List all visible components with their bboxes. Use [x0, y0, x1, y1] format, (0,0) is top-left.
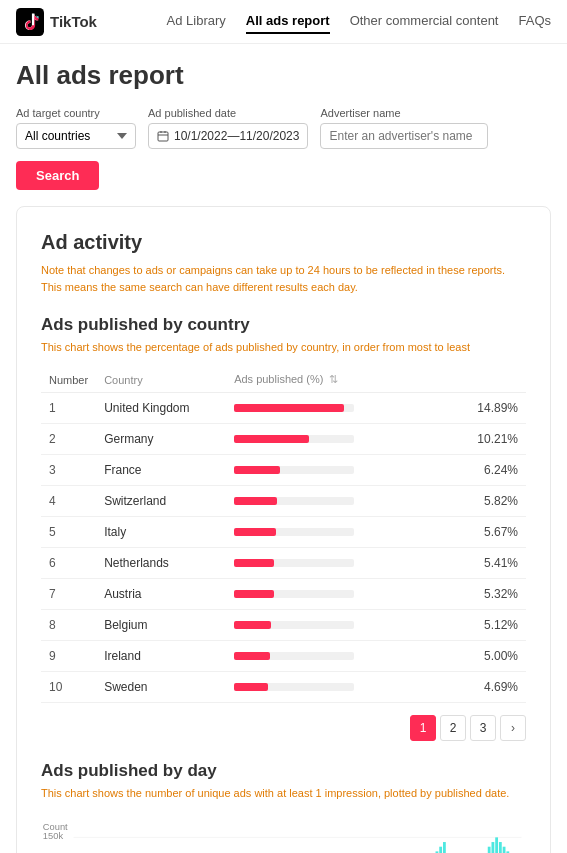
col-header-pct: [466, 367, 526, 393]
svg-rect-1: [158, 132, 168, 141]
row-pct: 5.12%: [466, 610, 526, 641]
date-filter-group: Ad published date 10/1/2022—11/20/2023: [148, 107, 308, 149]
logo-text: TikTok: [50, 13, 97, 30]
row-num: 1: [41, 393, 96, 424]
bar-fill: [234, 559, 274, 567]
sort-icon: ⇅: [329, 373, 338, 385]
tiktok-icon: [16, 8, 44, 36]
country-table: Number Country Ads published (%) ⇅ 1 Uni…: [41, 367, 526, 703]
row-num: 5: [41, 517, 96, 548]
row-bar: [226, 455, 466, 486]
row-country: Germany: [96, 424, 226, 455]
table-row: 3 France 6.24%: [41, 455, 526, 486]
table-row: 9 Ireland 5.00%: [41, 641, 526, 672]
bar-item: [503, 847, 506, 853]
by-day-title: Ads published by day: [41, 761, 526, 781]
row-country: Italy: [96, 517, 226, 548]
row-num: 7: [41, 579, 96, 610]
date-picker[interactable]: 10/1/2022—11/20/2023: [148, 123, 308, 149]
row-num: 9: [41, 641, 96, 672]
bar-fill: [234, 404, 344, 412]
row-country: Switzerland: [96, 486, 226, 517]
bar-fill: [234, 435, 309, 443]
row-bar: [226, 424, 466, 455]
filters-bar: Ad target country All countries Ad publi…: [16, 107, 551, 190]
bar-bg: [234, 528, 354, 536]
row-pct: 5.00%: [466, 641, 526, 672]
day-chart: Count 150k 100k 50k 0 10/01/2022: [41, 813, 526, 853]
table-row: 10 Sweden 4.69%: [41, 672, 526, 703]
bar-fill: [234, 652, 270, 660]
day-chart-svg: Count 150k 100k 50k 0 10/01/2022: [41, 813, 526, 853]
row-country: Ireland: [96, 641, 226, 672]
bar-bg: [234, 466, 354, 474]
nav-other-content[interactable]: Other commercial content: [350, 9, 499, 34]
bar-fill: [234, 528, 276, 536]
bar-item: [499, 842, 502, 853]
row-pct: 5.67%: [466, 517, 526, 548]
date-value: 10/1/2022—11/20/2023: [174, 129, 299, 143]
bar-bg: [234, 497, 354, 505]
country-filter-group: Ad target country All countries: [16, 107, 136, 149]
page-title: All ads report: [16, 60, 551, 91]
bar-item: [439, 847, 442, 853]
navbar: TikTok Ad Library All ads report Other c…: [0, 0, 567, 44]
page-next-btn[interactable]: ›: [500, 715, 526, 741]
row-pct: 5.82%: [466, 486, 526, 517]
row-bar: [226, 486, 466, 517]
row-country: Sweden: [96, 672, 226, 703]
ad-activity-title: Ad activity: [41, 231, 526, 254]
row-bar: [226, 610, 466, 641]
by-country-title: Ads published by country: [41, 315, 526, 335]
bar-bg: [234, 559, 354, 567]
country-select[interactable]: All countries: [16, 123, 136, 149]
bar-bg: [234, 652, 354, 660]
table-row: 2 Germany 10.21%: [41, 424, 526, 455]
row-country: Netherlands: [96, 548, 226, 579]
ads-by-day-section: Ads published by day This chart shows th…: [41, 761, 526, 853]
row-bar: [226, 393, 466, 424]
search-button[interactable]: Search: [16, 161, 99, 190]
nav-ad-library[interactable]: Ad Library: [167, 9, 226, 34]
date-filter-label: Ad published date: [148, 107, 308, 119]
row-bar: [226, 548, 466, 579]
table-row: 5 Italy 5.67%: [41, 517, 526, 548]
page-btn-1[interactable]: 1: [410, 715, 436, 741]
nav-faqs[interactable]: FAQs: [518, 9, 551, 34]
bar-item: [443, 842, 446, 853]
row-num: 3: [41, 455, 96, 486]
advertiser-input[interactable]: [320, 123, 488, 149]
svg-text:150k: 150k: [43, 831, 64, 841]
row-pct: 5.41%: [466, 548, 526, 579]
by-day-note: This chart shows the number of unique ad…: [41, 787, 526, 799]
bar-bg: [234, 435, 354, 443]
by-country-note: This chart shows the percentage of ads p…: [41, 341, 526, 353]
row-pct: 4.69%: [466, 672, 526, 703]
nav-links: Ad Library All ads report Other commerci…: [167, 9, 551, 34]
page-btn-2[interactable]: 2: [440, 715, 466, 741]
bar-fill: [234, 466, 280, 474]
page-btn-3[interactable]: 3: [470, 715, 496, 741]
bar-fill: [234, 683, 268, 691]
ad-activity-card: Ad activity Note that changes to ads or …: [16, 206, 551, 853]
bar-bg: [234, 404, 354, 412]
row-num: 8: [41, 610, 96, 641]
row-num: 4: [41, 486, 96, 517]
col-header-number: Number: [41, 367, 96, 393]
row-pct: 10.21%: [466, 424, 526, 455]
row-bar: [226, 579, 466, 610]
bar-item: [491, 842, 494, 853]
row-pct: 14.89%: [466, 393, 526, 424]
bar-bg: [234, 683, 354, 691]
row-num: 2: [41, 424, 96, 455]
advertiser-filter-group: Advertiser name: [320, 107, 488, 149]
col-header-ads: Ads published (%) ⇅: [226, 367, 466, 393]
row-bar: [226, 517, 466, 548]
bar-bg: [234, 621, 354, 629]
bar-item: [495, 837, 498, 853]
row-num: 6: [41, 548, 96, 579]
row-country: Belgium: [96, 610, 226, 641]
table-row: 8 Belgium 5.12%: [41, 610, 526, 641]
nav-all-ads-report[interactable]: All ads report: [246, 9, 330, 34]
row-bar: [226, 641, 466, 672]
